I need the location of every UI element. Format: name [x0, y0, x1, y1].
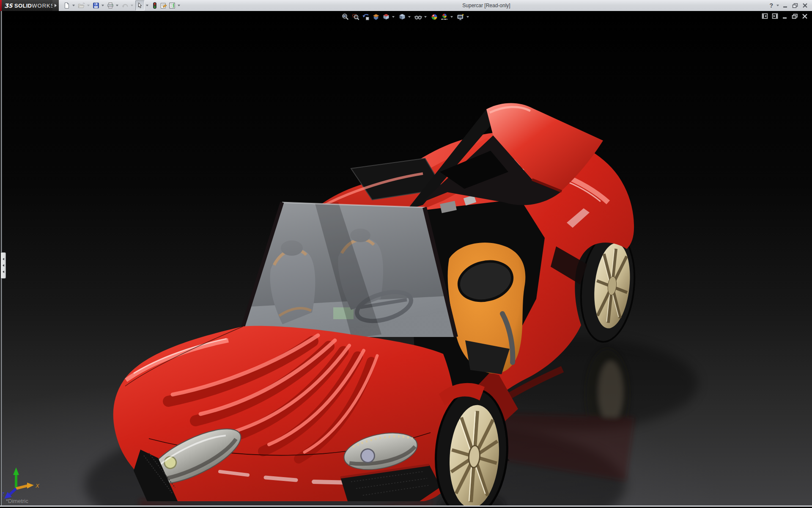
display-style-button[interactable] — [397, 12, 407, 22]
view-orientation-button[interactable] — [381, 12, 391, 22]
collapse-arrow-icon — [3, 258, 4, 260]
select-arrow-icon — [137, 2, 143, 9]
rebuild-button[interactable] — [151, 1, 159, 10]
zoom-to-area-icon — [352, 13, 359, 21]
restore-app-button[interactable] — [791, 1, 799, 10]
undo-button[interactable] — [121, 1, 129, 10]
section-view-button[interactable] — [371, 12, 381, 22]
hide-show-items-dropdown[interactable] — [424, 16, 427, 18]
view-orientation-label: *Dimetric — [6, 498, 28, 504]
zoom-to-area-button[interactable] — [351, 12, 361, 22]
new-document-icon — [63, 2, 70, 9]
previous-view-button[interactable] — [361, 12, 371, 22]
print-dropdown[interactable] — [116, 5, 118, 6]
display-style-dropdown[interactable] — [408, 16, 411, 18]
minimize-icon — [782, 3, 788, 8]
save-button[interactable] — [92, 1, 100, 10]
select-dropdown[interactable] — [146, 5, 148, 6]
restore-document-icon — [792, 14, 798, 19]
brand-wordmark: ƷSSOLIDWORKS — [4, 3, 55, 9]
collapse-left-pane-button[interactable] — [762, 13, 768, 19]
close-icon — [802, 3, 808, 8]
file-properties-button[interactable] — [159, 1, 168, 10]
edit-appearance-icon — [431, 13, 438, 21]
heads-up-view-toolbar — [340, 12, 472, 22]
edit-appearance-button[interactable] — [429, 12, 439, 22]
document-window-controls — [762, 13, 808, 19]
close-document-button[interactable] — [802, 14, 808, 19]
help-icon: ? — [769, 2, 773, 9]
new-document-button[interactable] — [63, 1, 71, 10]
apply-scene-dropdown[interactable] — [450, 16, 453, 18]
collapse-left-pane-icon — [762, 13, 768, 19]
restore-icon — [792, 3, 798, 8]
hide-show-items-button[interactable] — [413, 12, 423, 22]
help-button[interactable]: ? — [768, 1, 774, 10]
minimize-document-button[interactable] — [782, 14, 788, 19]
ds-logo-mark: ƷS — [4, 3, 13, 9]
supercar-3d-model[interactable]: X Z — [0, 11, 812, 507]
menu-expand-button[interactable] — [52, 0, 59, 11]
open-dropdown[interactable] — [87, 5, 90, 6]
feature-manager-collapsed-tab[interactable] — [1, 252, 6, 279]
collapse-arrow-icon — [3, 271, 4, 273]
minimize-app-button[interactable] — [782, 1, 789, 10]
undo-dropdown[interactable] — [131, 5, 133, 6]
print-icon — [107, 2, 114, 9]
undo-icon — [121, 2, 129, 9]
apply-scene-button[interactable] — [439, 12, 450, 22]
previous-view-icon — [362, 13, 370, 21]
help-dropdown[interactable] — [776, 5, 779, 6]
apply-scene-icon — [441, 13, 448, 21]
collapse-arrow-icon — [3, 264, 4, 267]
view-orientation-dropdown[interactable] — [392, 16, 395, 18]
select-button[interactable] — [135, 0, 145, 11]
expand-right-pane-button[interactable] — [772, 13, 778, 19]
close-app-button[interactable] — [801, 1, 809, 10]
solidworks-logo: ƷSSOLIDWORKS — [0, 0, 52, 11]
hide-show-items-icon — [414, 13, 422, 21]
options-icon — [169, 2, 176, 9]
restore-document-button[interactable] — [792, 14, 798, 19]
solidworks-window: ƷSSOLIDWORKS — [0, 0, 812, 508]
options-dropdown[interactable] — [178, 5, 180, 6]
zoom-to-fit-icon — [342, 13, 349, 21]
statusbar-edge — [0, 505, 812, 507]
save-icon — [93, 2, 99, 9]
open-button[interactable] — [77, 1, 86, 10]
brand-red-strip — [0, 0, 2, 11]
print-button[interactable] — [106, 1, 115, 10]
section-view-icon — [372, 13, 380, 21]
triad-x-label: X — [35, 483, 40, 489]
minimize-document-icon — [782, 14, 788, 19]
view-settings-dropdown[interactable] — [466, 16, 469, 18]
close-document-icon — [802, 14, 808, 19]
standard-toolbar — [63, 0, 182, 11]
save-dropdown[interactable] — [102, 5, 104, 6]
menu-expand-icon — [55, 4, 57, 7]
titlebar-controls: ? — [768, 0, 809, 11]
rebuild-traffic-light-icon — [151, 2, 158, 9]
options-button[interactable] — [168, 1, 176, 10]
view-settings-button[interactable] — [455, 12, 466, 22]
view-orientation-icon — [382, 13, 390, 21]
file-properties-icon — [160, 2, 167, 9]
new-document-dropdown[interactable] — [72, 5, 75, 6]
open-icon — [78, 2, 85, 9]
view-settings-icon — [457, 13, 464, 21]
window-title: Supercar [Read-only] — [462, 3, 510, 8]
display-style-icon — [398, 13, 406, 21]
expand-right-pane-icon — [772, 13, 778, 19]
zoom-to-fit-button[interactable] — [340, 12, 351, 22]
graphics-viewport[interactable]: X Z — [0, 11, 812, 507]
titlebar: ƷSSOLIDWORKS — [0, 0, 812, 11]
